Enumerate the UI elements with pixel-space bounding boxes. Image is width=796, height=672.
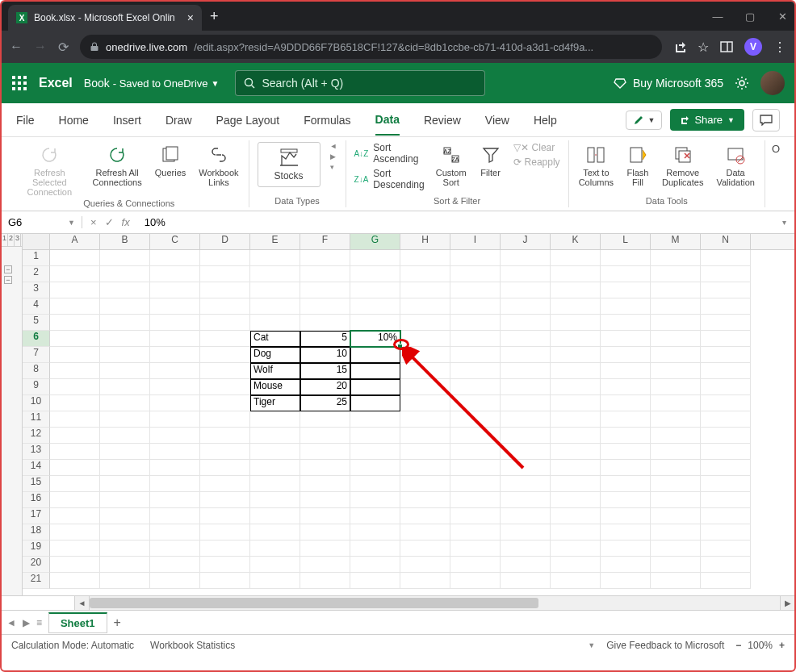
cell-B17[interactable] xyxy=(100,508,150,524)
cell-B1[interactable] xyxy=(100,250,150,266)
cell-M14[interactable] xyxy=(651,460,701,476)
outline-collapse-button[interactable]: − xyxy=(4,276,12,284)
share-button[interactable]: Share ▼ xyxy=(670,109,744,131)
outline-level-1[interactable]: 1 xyxy=(2,234,8,246)
kebab-menu-icon[interactable]: ⋮ xyxy=(773,40,786,55)
refresh-all-button[interactable]: Refresh All Connections xyxy=(91,142,144,189)
cell-G16[interactable] xyxy=(350,492,400,508)
cell-F13[interactable] xyxy=(300,444,350,460)
cell-G5[interactable] xyxy=(350,315,400,331)
data-validation-button[interactable]: Data Validation xyxy=(714,142,756,189)
comments-button[interactable] xyxy=(752,109,780,131)
row-header-17[interactable]: 17 xyxy=(23,508,50,524)
sort-ascending-button[interactable]: A↓ZSort Ascending xyxy=(354,142,425,165)
row-header-16[interactable]: 16 xyxy=(23,492,50,508)
cell-E2[interactable] xyxy=(250,266,300,282)
cell-F7[interactable]: 10 xyxy=(300,347,350,363)
cell-K20[interactable] xyxy=(551,557,601,573)
cell-N19[interactable] xyxy=(701,541,751,557)
cell-C16[interactable] xyxy=(150,492,200,508)
cell-L1[interactable] xyxy=(601,250,651,266)
cell-G6[interactable]: 10% xyxy=(350,331,400,347)
cell-M1[interactable] xyxy=(651,250,701,266)
cell-A9[interactable] xyxy=(50,379,100,395)
cell-B10[interactable] xyxy=(100,395,150,411)
cell-D14[interactable] xyxy=(200,460,250,476)
cell-I11[interactable] xyxy=(450,411,501,428)
row-header-5[interactable]: 5 xyxy=(23,315,50,331)
window-maximize-icon[interactable]: ▢ xyxy=(744,10,756,23)
cell-M20[interactable] xyxy=(651,557,701,573)
cell-J9[interactable] xyxy=(501,379,551,395)
cell-J6[interactable] xyxy=(501,331,551,347)
cell-H14[interactable] xyxy=(400,460,450,476)
cell-I5[interactable] xyxy=(450,315,501,331)
cell-I6[interactable] xyxy=(450,331,501,347)
document-title[interactable]: Book - Saved to OneDrive ▼ xyxy=(84,77,220,90)
cell-A16[interactable] xyxy=(50,492,100,508)
cell-B2[interactable] xyxy=(100,266,150,282)
cell-M10[interactable] xyxy=(651,395,701,411)
outline-level-2[interactable]: 2 xyxy=(8,234,15,246)
row-header-4[interactable]: 4 xyxy=(23,298,50,315)
cell-F17[interactable] xyxy=(300,508,350,524)
cell-I3[interactable] xyxy=(450,282,501,298)
column-header-E[interactable]: E xyxy=(250,234,300,249)
close-tab-icon[interactable]: × xyxy=(187,11,194,24)
cell-A5[interactable] xyxy=(50,315,100,331)
cell-E20[interactable] xyxy=(250,557,300,573)
cell-G19[interactable] xyxy=(350,541,400,557)
cell-M19[interactable] xyxy=(651,541,701,557)
cell-L20[interactable] xyxy=(601,557,651,573)
cell-L13[interactable] xyxy=(601,444,651,460)
cell-I2[interactable] xyxy=(450,266,501,282)
cell-C11[interactable] xyxy=(150,411,200,428)
cell-C9[interactable] xyxy=(150,379,200,395)
column-header-L[interactable]: L xyxy=(601,234,651,249)
cell-B21[interactable] xyxy=(100,573,150,589)
cell-J8[interactable] xyxy=(501,363,551,379)
expand-formula-bar-icon[interactable]: ▾ xyxy=(774,218,794,227)
cell-D7[interactable] xyxy=(200,347,250,363)
cell-G21[interactable] xyxy=(350,573,400,589)
cell-E9[interactable]: Mouse xyxy=(250,379,300,395)
cell-K8[interactable] xyxy=(551,363,601,379)
column-header-D[interactable]: D xyxy=(200,234,250,249)
cell-N4[interactable] xyxy=(701,298,751,315)
cell-D6[interactable] xyxy=(200,331,250,347)
cell-F9[interactable]: 20 xyxy=(300,379,350,395)
text-to-columns-button[interactable]: Text to Columns xyxy=(577,142,615,189)
cell-I8[interactable] xyxy=(450,363,501,379)
cell-G3[interactable] xyxy=(350,282,400,298)
cell-C12[interactable] xyxy=(150,428,200,444)
cell-G17[interactable] xyxy=(350,508,400,524)
horizontal-scrollbar[interactable] xyxy=(89,596,780,610)
cell-E12[interactable] xyxy=(250,428,300,444)
cell-L2[interactable] xyxy=(601,266,651,282)
cell-K11[interactable] xyxy=(551,411,601,428)
cell-N5[interactable] xyxy=(701,315,751,331)
profile-avatar[interactable]: V xyxy=(744,38,762,56)
cell-C8[interactable] xyxy=(150,363,200,379)
cell-G15[interactable] xyxy=(350,476,400,492)
cell-I14[interactable] xyxy=(450,460,501,476)
cell-D1[interactable] xyxy=(200,250,250,266)
fill-handle[interactable] xyxy=(397,344,403,349)
cell-A4[interactable] xyxy=(50,298,100,315)
cell-M9[interactable] xyxy=(651,379,701,395)
cell-C1[interactable] xyxy=(150,250,200,266)
search-box[interactable] xyxy=(235,70,485,96)
stocks-button[interactable]: Stocks xyxy=(258,142,320,187)
cell-G8[interactable] xyxy=(350,363,400,379)
remove-duplicates-button[interactable]: Remove Duplicates xyxy=(660,142,705,189)
cell-G1[interactable] xyxy=(350,250,400,266)
cell-J16[interactable] xyxy=(501,492,551,508)
cell-N9[interactable] xyxy=(701,379,751,395)
cell-A2[interactable] xyxy=(50,266,100,282)
cell-G11[interactable] xyxy=(350,411,400,428)
cell-C14[interactable] xyxy=(150,460,200,476)
cell-M15[interactable] xyxy=(651,476,701,492)
cell-F18[interactable] xyxy=(300,524,350,541)
cell-I15[interactable] xyxy=(450,476,501,492)
cell-L4[interactable] xyxy=(601,298,651,315)
